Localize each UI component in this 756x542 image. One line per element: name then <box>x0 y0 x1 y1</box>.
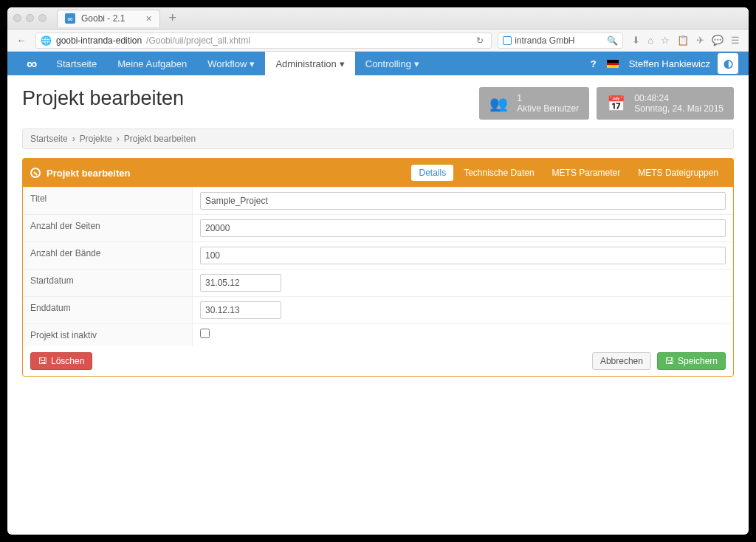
tab-mets-dateigruppen[interactable]: METS Dateigruppen <box>630 165 726 181</box>
menu-icon[interactable]: ☰ <box>731 35 740 46</box>
search-icon: 🔍 <box>607 35 618 46</box>
search-engine-icon <box>503 36 512 45</box>
nav-controlling[interactable]: Controlling▾ <box>355 52 430 75</box>
new-tab-button[interactable]: + <box>165 10 182 26</box>
browser-toolbar-icons: ⬇ ⌂ ☆ 📋 ✈ 💬 ☰ <box>629 35 743 46</box>
flag-de-icon[interactable] <box>607 60 619 68</box>
main-content: Projekt bearbeiten 👥 1 Aktive Benutzer 📅… <box>7 75 749 535</box>
nav-meine-aufgaben[interactable]: Meine Aufgaben <box>107 52 197 75</box>
time-value: 00:48:24 <box>634 93 724 103</box>
users-icon: 👥 <box>489 95 508 112</box>
download-icon[interactable]: ⬇ <box>632 35 640 46</box>
delete-button[interactable]: 🖫 Löschen <box>30 352 92 370</box>
tab-mets-parameter[interactable]: METS Parameter <box>545 165 628 181</box>
tab-close-icon[interactable]: × <box>145 13 151 24</box>
label-baende: Anzahl der Bände <box>23 242 193 269</box>
chat-icon[interactable]: 💬 <box>712 35 724 46</box>
form-row-enddatum: Enddatum <box>23 296 733 323</box>
save-button[interactable]: 🖫 Speichern <box>657 352 726 370</box>
app-topnav: ∞ Startseite Meine Aufgaben Workflow▾ Ad… <box>7 52 749 75</box>
page-title: Projekt bearbeiten <box>22 87 472 110</box>
chevron-down-icon: ▾ <box>250 58 255 69</box>
tab-title: Goobi - 2.1 <box>81 13 125 24</box>
user-name: Steffen Hankiewicz <box>629 58 710 69</box>
breadcrumb-current: Projekt bearbeiten <box>124 134 196 144</box>
nav-administration[interactable]: Administration▾ <box>265 52 354 75</box>
url-path: /Goobi/uii/project_all.xhtml <box>146 35 250 46</box>
star-icon[interactable]: ☆ <box>661 35 670 46</box>
close-dot[interactable] <box>13 14 21 22</box>
form-row-startdatum: Startdatum <box>23 269 733 296</box>
tab-technische-daten[interactable]: Technische Daten <box>456 165 541 181</box>
browser-search[interactable]: intranda GmbH 🔍 <box>498 32 623 49</box>
active-users-box[interactable]: 👥 1 Aktive Benutzer <box>479 87 589 120</box>
panel-tabs: Details Technische Daten METS Parameter … <box>411 165 726 181</box>
input-startdatum[interactable] <box>200 274 281 292</box>
input-enddatum[interactable] <box>200 301 281 319</box>
user-menu[interactable]: Steffen Hankiewicz ◐ <box>629 53 738 74</box>
app-logo[interactable]: ∞ <box>16 52 46 75</box>
label-titel: Titel <box>23 188 193 214</box>
active-users-label: Aktive Benutzer <box>517 103 579 114</box>
clipboard-icon[interactable]: 📋 <box>677 35 689 46</box>
breadcrumb: Startseite › Projekte › Projekt bearbeit… <box>22 128 734 149</box>
maximize-dot[interactable] <box>38 14 47 22</box>
edit-project-panel: Projekt bearbeiten Details Technische Da… <box>22 158 734 377</box>
label-seiten: Anzahl der Seiten <box>23 215 193 241</box>
panel-title: Projekt bearbeiten <box>47 168 130 179</box>
reload-icon[interactable]: ↻ <box>473 35 487 46</box>
form-row-seiten: Anzahl der Seiten <box>23 214 733 241</box>
save-icon: 🖫 <box>665 356 674 366</box>
cancel-button[interactable]: Abbrechen <box>592 352 651 370</box>
input-baende[interactable] <box>200 247 726 264</box>
globe-icon: 🌐 <box>41 35 52 46</box>
checkbox-inaktiv[interactable] <box>200 329 210 338</box>
chevron-down-icon: ▾ <box>414 58 419 69</box>
address-bar[interactable]: 🌐 goobi-intranda-edition/Goobi/uii/proje… <box>35 32 492 49</box>
nav-startseite[interactable]: Startseite <box>46 52 107 75</box>
date-value: Sonntag, 24. Mai 2015 <box>634 103 724 114</box>
save-icon: 🖫 <box>38 356 47 366</box>
send-icon[interactable]: ✈ <box>696 35 704 46</box>
breadcrumb-sep: › <box>72 134 75 144</box>
active-users-count: 1 <box>517 93 579 103</box>
form-row-inaktiv: Projekt ist inaktiv <box>23 323 733 346</box>
breadcrumb-link-0[interactable]: Startseite <box>30 134 68 144</box>
calendar-icon: 📅 <box>607 95 625 112</box>
panel-header: Projekt bearbeiten Details Technische Da… <box>23 159 733 187</box>
breadcrumb-link-1[interactable]: Projekte <box>80 134 112 144</box>
browser-tabbar: ∞ Goobi - 2.1 × + <box>7 7 749 30</box>
breadcrumb-sep: › <box>117 134 120 144</box>
label-enddatum: Enddatum <box>23 297 193 323</box>
panel-footer: 🖫 Löschen Abbrechen 🖫 Speichern <box>23 346 733 376</box>
browser-tab[interactable]: ∞ Goobi - 2.1 × <box>57 10 160 27</box>
browser-urlbar: ← 🌐 goobi-intranda-edition/Goobi/uii/pro… <box>7 30 749 52</box>
panel-icon <box>30 168 41 178</box>
search-placeholder: intranda GmbH <box>515 35 574 46</box>
tab-details[interactable]: Details <box>411 165 453 181</box>
back-button[interactable]: ← <box>13 32 30 49</box>
minimize-dot[interactable] <box>26 14 34 22</box>
form-row-baende: Anzahl der Bände <box>23 241 733 269</box>
form-row-titel: Titel <box>23 187 733 214</box>
time-box: 📅 00:48:24 Sonntag, 24. Mai 2015 <box>597 87 734 120</box>
favicon-icon: ∞ <box>65 13 75 24</box>
home-icon[interactable]: ⌂ <box>647 35 653 46</box>
url-host: goobi-intranda-edition <box>56 35 142 46</box>
help-icon[interactable]: ? <box>591 58 597 69</box>
label-startdatum: Startdatum <box>23 270 193 296</box>
chevron-down-icon: ▾ <box>340 58 345 69</box>
nav-workflow[interactable]: Workflow▾ <box>197 52 265 75</box>
input-titel[interactable] <box>200 192 726 210</box>
input-seiten[interactable] <box>200 219 726 237</box>
window-controls <box>13 14 47 22</box>
label-inaktiv: Projekt ist inaktiv <box>23 324 193 346</box>
brand-icon: ◐ <box>718 53 738 74</box>
